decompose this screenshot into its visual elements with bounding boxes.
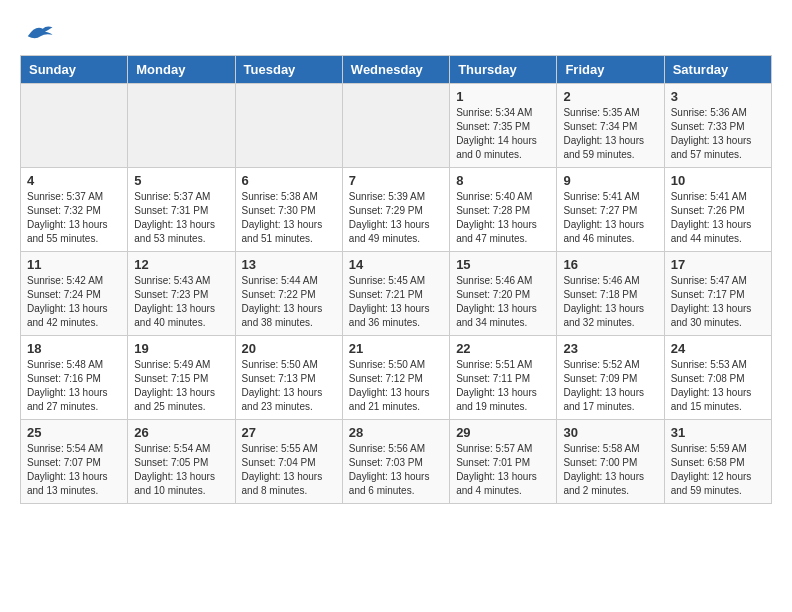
day-number: 18 xyxy=(27,341,121,356)
calendar-cell: 8Sunrise: 5:40 AM Sunset: 7:28 PM Daylig… xyxy=(450,168,557,252)
day-number: 19 xyxy=(134,341,228,356)
day-number: 6 xyxy=(242,173,336,188)
calendar-cell: 4Sunrise: 5:37 AM Sunset: 7:32 PM Daylig… xyxy=(21,168,128,252)
day-number: 3 xyxy=(671,89,765,104)
day-info: Sunrise: 5:49 AM Sunset: 7:15 PM Dayligh… xyxy=(134,358,228,414)
day-number: 11 xyxy=(27,257,121,272)
day-info: Sunrise: 5:44 AM Sunset: 7:22 PM Dayligh… xyxy=(242,274,336,330)
day-info: Sunrise: 5:54 AM Sunset: 7:07 PM Dayligh… xyxy=(27,442,121,498)
day-info: Sunrise: 5:52 AM Sunset: 7:09 PM Dayligh… xyxy=(563,358,657,414)
day-info: Sunrise: 5:42 AM Sunset: 7:24 PM Dayligh… xyxy=(27,274,121,330)
day-number: 20 xyxy=(242,341,336,356)
day-info: Sunrise: 5:56 AM Sunset: 7:03 PM Dayligh… xyxy=(349,442,443,498)
calendar-cell xyxy=(128,84,235,168)
day-info: Sunrise: 5:36 AM Sunset: 7:33 PM Dayligh… xyxy=(671,106,765,162)
day-info: Sunrise: 5:50 AM Sunset: 7:12 PM Dayligh… xyxy=(349,358,443,414)
day-info: Sunrise: 5:50 AM Sunset: 7:13 PM Dayligh… xyxy=(242,358,336,414)
day-info: Sunrise: 5:37 AM Sunset: 7:31 PM Dayligh… xyxy=(134,190,228,246)
day-number: 13 xyxy=(242,257,336,272)
calendar-cell xyxy=(21,84,128,168)
calendar-week-2: 4Sunrise: 5:37 AM Sunset: 7:32 PM Daylig… xyxy=(21,168,772,252)
day-number: 31 xyxy=(671,425,765,440)
day-info: Sunrise: 5:34 AM Sunset: 7:35 PM Dayligh… xyxy=(456,106,550,162)
calendar-cell: 30Sunrise: 5:58 AM Sunset: 7:00 PM Dayli… xyxy=(557,420,664,504)
day-info: Sunrise: 5:54 AM Sunset: 7:05 PM Dayligh… xyxy=(134,442,228,498)
calendar-cell: 27Sunrise: 5:55 AM Sunset: 7:04 PM Dayli… xyxy=(235,420,342,504)
day-header-sunday: Sunday xyxy=(21,56,128,84)
day-info: Sunrise: 5:48 AM Sunset: 7:16 PM Dayligh… xyxy=(27,358,121,414)
calendar-cell: 18Sunrise: 5:48 AM Sunset: 7:16 PM Dayli… xyxy=(21,336,128,420)
calendar-cell xyxy=(235,84,342,168)
day-number: 16 xyxy=(563,257,657,272)
day-info: Sunrise: 5:57 AM Sunset: 7:01 PM Dayligh… xyxy=(456,442,550,498)
day-info: Sunrise: 5:41 AM Sunset: 7:26 PM Dayligh… xyxy=(671,190,765,246)
day-number: 23 xyxy=(563,341,657,356)
calendar-cell: 14Sunrise: 5:45 AM Sunset: 7:21 PM Dayli… xyxy=(342,252,449,336)
day-number: 30 xyxy=(563,425,657,440)
calendar-cell: 23Sunrise: 5:52 AM Sunset: 7:09 PM Dayli… xyxy=(557,336,664,420)
day-info: Sunrise: 5:46 AM Sunset: 7:20 PM Dayligh… xyxy=(456,274,550,330)
day-info: Sunrise: 5:39 AM Sunset: 7:29 PM Dayligh… xyxy=(349,190,443,246)
calendar-cell: 2Sunrise: 5:35 AM Sunset: 7:34 PM Daylig… xyxy=(557,84,664,168)
calendar-cell xyxy=(342,84,449,168)
calendar-cell: 24Sunrise: 5:53 AM Sunset: 7:08 PM Dayli… xyxy=(664,336,771,420)
day-info: Sunrise: 5:58 AM Sunset: 7:00 PM Dayligh… xyxy=(563,442,657,498)
day-number: 1 xyxy=(456,89,550,104)
day-number: 24 xyxy=(671,341,765,356)
day-info: Sunrise: 5:40 AM Sunset: 7:28 PM Dayligh… xyxy=(456,190,550,246)
calendar-cell: 29Sunrise: 5:57 AM Sunset: 7:01 PM Dayli… xyxy=(450,420,557,504)
day-number: 2 xyxy=(563,89,657,104)
day-number: 27 xyxy=(242,425,336,440)
calendar-table: SundayMondayTuesdayWednesdayThursdayFrid… xyxy=(20,55,772,504)
day-number: 22 xyxy=(456,341,550,356)
day-info: Sunrise: 5:53 AM Sunset: 7:08 PM Dayligh… xyxy=(671,358,765,414)
day-info: Sunrise: 5:38 AM Sunset: 7:30 PM Dayligh… xyxy=(242,190,336,246)
day-number: 28 xyxy=(349,425,443,440)
calendar-cell: 9Sunrise: 5:41 AM Sunset: 7:27 PM Daylig… xyxy=(557,168,664,252)
calendar-cell: 11Sunrise: 5:42 AM Sunset: 7:24 PM Dayli… xyxy=(21,252,128,336)
calendar-week-5: 25Sunrise: 5:54 AM Sunset: 7:07 PM Dayli… xyxy=(21,420,772,504)
day-number: 21 xyxy=(349,341,443,356)
calendar-cell: 1Sunrise: 5:34 AM Sunset: 7:35 PM Daylig… xyxy=(450,84,557,168)
calendar-cell: 6Sunrise: 5:38 AM Sunset: 7:30 PM Daylig… xyxy=(235,168,342,252)
day-number: 12 xyxy=(134,257,228,272)
calendar-cell: 21Sunrise: 5:50 AM Sunset: 7:12 PM Dayli… xyxy=(342,336,449,420)
day-info: Sunrise: 5:46 AM Sunset: 7:18 PM Dayligh… xyxy=(563,274,657,330)
day-number: 14 xyxy=(349,257,443,272)
day-number: 9 xyxy=(563,173,657,188)
day-number: 15 xyxy=(456,257,550,272)
logo-bird-icon xyxy=(24,20,54,45)
day-info: Sunrise: 5:59 AM Sunset: 6:58 PM Dayligh… xyxy=(671,442,765,498)
calendar-cell: 17Sunrise: 5:47 AM Sunset: 7:17 PM Dayli… xyxy=(664,252,771,336)
calendar-cell: 31Sunrise: 5:59 AM Sunset: 6:58 PM Dayli… xyxy=(664,420,771,504)
day-info: Sunrise: 5:35 AM Sunset: 7:34 PM Dayligh… xyxy=(563,106,657,162)
day-header-tuesday: Tuesday xyxy=(235,56,342,84)
day-number: 8 xyxy=(456,173,550,188)
day-info: Sunrise: 5:51 AM Sunset: 7:11 PM Dayligh… xyxy=(456,358,550,414)
calendar-week-3: 11Sunrise: 5:42 AM Sunset: 7:24 PM Dayli… xyxy=(21,252,772,336)
calendar-cell: 15Sunrise: 5:46 AM Sunset: 7:20 PM Dayli… xyxy=(450,252,557,336)
calendar-cell: 26Sunrise: 5:54 AM Sunset: 7:05 PM Dayli… xyxy=(128,420,235,504)
day-header-monday: Monday xyxy=(128,56,235,84)
calendar-week-4: 18Sunrise: 5:48 AM Sunset: 7:16 PM Dayli… xyxy=(21,336,772,420)
calendar-cell: 3Sunrise: 5:36 AM Sunset: 7:33 PM Daylig… xyxy=(664,84,771,168)
day-number: 7 xyxy=(349,173,443,188)
calendar-cell: 28Sunrise: 5:56 AM Sunset: 7:03 PM Dayli… xyxy=(342,420,449,504)
calendar-cell: 25Sunrise: 5:54 AM Sunset: 7:07 PM Dayli… xyxy=(21,420,128,504)
calendar-cell: 13Sunrise: 5:44 AM Sunset: 7:22 PM Dayli… xyxy=(235,252,342,336)
calendar-cell: 16Sunrise: 5:46 AM Sunset: 7:18 PM Dayli… xyxy=(557,252,664,336)
day-number: 26 xyxy=(134,425,228,440)
header-row: SundayMondayTuesdayWednesdayThursdayFrid… xyxy=(21,56,772,84)
calendar-week-1: 1Sunrise: 5:34 AM Sunset: 7:35 PM Daylig… xyxy=(21,84,772,168)
calendar-cell: 5Sunrise: 5:37 AM Sunset: 7:31 PM Daylig… xyxy=(128,168,235,252)
page-header xyxy=(20,20,772,45)
day-info: Sunrise: 5:55 AM Sunset: 7:04 PM Dayligh… xyxy=(242,442,336,498)
day-number: 17 xyxy=(671,257,765,272)
day-info: Sunrise: 5:41 AM Sunset: 7:27 PM Dayligh… xyxy=(563,190,657,246)
day-number: 25 xyxy=(27,425,121,440)
day-number: 4 xyxy=(27,173,121,188)
day-header-friday: Friday xyxy=(557,56,664,84)
calendar-cell: 22Sunrise: 5:51 AM Sunset: 7:11 PM Dayli… xyxy=(450,336,557,420)
calendar-cell: 20Sunrise: 5:50 AM Sunset: 7:13 PM Dayli… xyxy=(235,336,342,420)
day-number: 5 xyxy=(134,173,228,188)
